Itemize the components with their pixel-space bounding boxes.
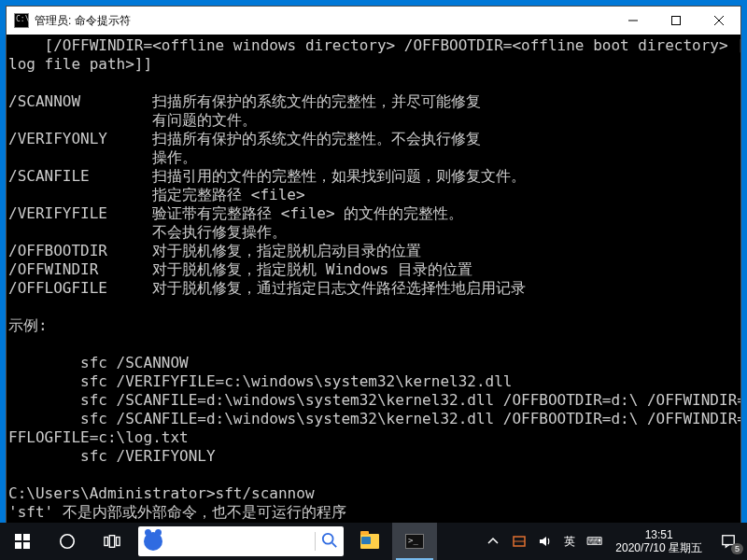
system-tray: 英 ⌨ 13:51 2020/7/10 星期五 5: [480, 523, 747, 560]
svg-rect-5: [23, 534, 30, 540]
svg-rect-6: [15, 542, 21, 549]
folder-icon: [360, 534, 379, 549]
cmd-icon: [405, 534, 424, 549]
taskbar-search-box[interactable]: [138, 526, 344, 556]
svg-rect-11: [117, 538, 120, 546]
taskbar-cmd[interactable]: [392, 523, 437, 560]
start-button[interactable]: [0, 523, 45, 560]
task-view-button[interactable]: [90, 523, 134, 560]
close-button[interactable]: [698, 7, 740, 35]
svg-point-8: [61, 535, 74, 548]
tray-overflow-button[interactable]: [480, 523, 506, 560]
baidu-paw-icon: [144, 532, 162, 551]
taskbar-clock[interactable]: 13:51 2020/7/10 星期五: [608, 528, 710, 554]
cmd-window: 管理员: 命令提示符 [/OFFWINDIR=<offline windows …: [6, 6, 741, 525]
ime-indicator[interactable]: 英: [558, 523, 581, 560]
clock-time: 13:51: [645, 528, 673, 541]
svg-rect-9: [105, 538, 108, 546]
taskbar: 英 ⌨ 13:51 2020/7/10 星期五 5: [0, 523, 747, 560]
cmd-app-icon: [14, 13, 29, 28]
tray-volume-icon[interactable]: [532, 523, 558, 560]
svg-rect-16: [723, 536, 734, 545]
terminal-output[interactable]: [/OFFWINDIR=<offline windows directory> …: [7, 35, 740, 524]
tray-security-icon[interactable]: [506, 523, 532, 560]
titlebar[interactable]: 管理员: 命令提示符: [7, 7, 740, 35]
window-title: 管理员: 命令提示符: [35, 13, 612, 29]
notification-badge: 5: [731, 543, 743, 554]
minimize-button[interactable]: [612, 7, 655, 35]
action-center-button[interactable]: 5: [710, 523, 747, 560]
svg-rect-1: [672, 17, 681, 25]
cortana-button[interactable]: [45, 523, 90, 560]
svg-rect-4: [15, 534, 21, 540]
search-icon: [321, 532, 338, 552]
taskbar-file-explorer[interactable]: [347, 523, 392, 560]
svg-line-13: [332, 542, 337, 547]
ime-keyboard-icon[interactable]: ⌨: [581, 523, 608, 560]
svg-point-12: [323, 533, 333, 543]
svg-rect-7: [23, 542, 30, 549]
clock-date: 2020/7/10 星期五: [615, 541, 702, 554]
maximize-button[interactable]: [655, 7, 698, 35]
svg-rect-10: [109, 536, 114, 548]
